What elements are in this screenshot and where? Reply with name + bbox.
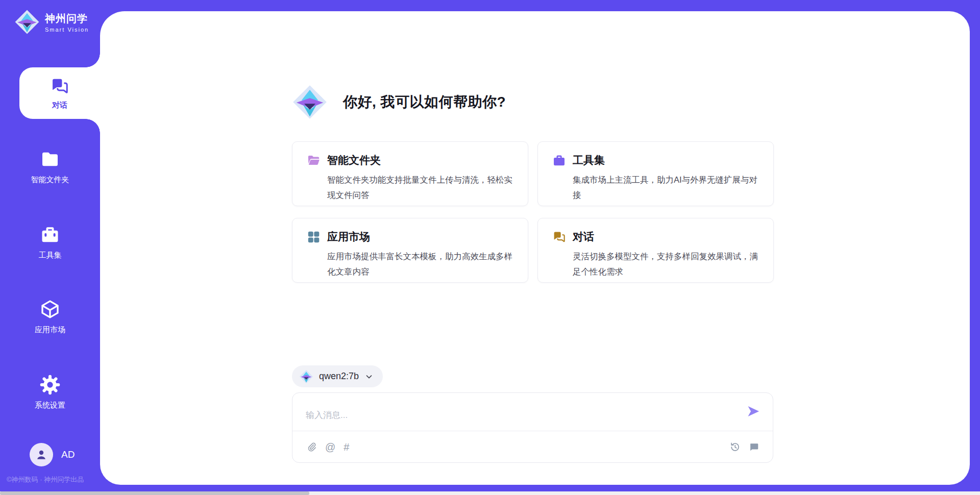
toolbox-icon	[552, 154, 566, 167]
folder-open-icon	[307, 154, 321, 167]
app-title: 神州问学	[45, 12, 89, 26]
sidebar-item-toolset[interactable]: 工具集	[0, 225, 100, 260]
card-description: 应用市场提供丰富长文本模板，助力高效生成多样化文章内容	[327, 249, 513, 279]
cube-icon	[40, 299, 60, 319]
diamond-logo-icon	[14, 9, 40, 35]
model-selector[interactable]: qwen2:7b	[292, 365, 383, 387]
message-icon[interactable]	[748, 441, 760, 453]
folder-icon	[40, 149, 60, 169]
hash-icon[interactable]: #	[344, 442, 349, 452]
sidebar-item-label: 系统设置	[35, 401, 65, 410]
card-description: 灵活切换多模型文件，支持多样回复效果调试，满足个性化需求	[573, 249, 759, 279]
greeting: 你好, 我可以如何帮助你?	[292, 84, 506, 120]
diamond-logo-icon	[299, 369, 313, 384]
main-content: 你好, 我可以如何帮助你? 智能文件夹 智能文件夹功能支持批量文件上传与清洗，轻…	[100, 11, 970, 485]
history-icon[interactable]	[729, 441, 741, 453]
sidebar: 神州问学 Smart Vision 对话 智能文件夹 工具集	[0, 0, 100, 495]
sidebar-item-label: 对话	[52, 101, 67, 110]
grid-icon	[307, 230, 321, 244]
app-subtitle: Smart Vision	[45, 27, 89, 33]
card-chat[interactable]: 对话 灵活切换多模型文件，支持多样回复效果调试，满足个性化需求	[537, 218, 774, 283]
card-smart-folder[interactable]: 智能文件夹 智能文件夹功能支持批量文件上传与清洗，轻松实现文件问答	[292, 141, 528, 206]
chevron-down-icon	[364, 372, 374, 381]
card-title: 工具集	[573, 153, 605, 167]
user-initials: AD	[61, 449, 75, 460]
model-name: qwen2:7b	[319, 371, 359, 382]
tab-connector-top	[86, 53, 100, 67]
feature-cards: 智能文件夹 智能文件夹功能支持批量文件上传与清洗，轻松实现文件问答 工具集 集成…	[292, 141, 774, 283]
avatar	[30, 443, 53, 466]
sidebar-item-label: 应用市场	[35, 325, 65, 335]
sidebar-item-label: 智能文件夹	[31, 175, 69, 185]
app-brand: 神州问学 Smart Vision	[14, 9, 89, 35]
chat-icon	[50, 77, 69, 96]
sidebar-item-label: 工具集	[39, 251, 62, 260]
message-input[interactable]	[306, 405, 724, 426]
sidebar-item-smart-folder[interactable]: 智能文件夹	[0, 149, 100, 185]
chat-icon	[552, 230, 566, 244]
card-title: 智能文件夹	[327, 153, 381, 167]
composer-toolbar-right	[729, 441, 760, 453]
sidebar-item-chat[interactable]: 对话	[19, 67, 100, 119]
user-menu[interactable]: AD	[30, 443, 75, 466]
card-description: 智能文件夹功能支持批量文件上传与清洗，轻松实现文件问答	[327, 172, 513, 203]
horizontal-scrollbar-thumb[interactable]	[0, 491, 309, 495]
card-toolset[interactable]: 工具集 集成市场上主流工具，助力AI与外界无缝扩展与对接	[537, 141, 774, 206]
toolbox-icon	[40, 225, 60, 245]
greeting-title: 你好, 我可以如何帮助你?	[343, 92, 506, 112]
card-title: 对话	[573, 230, 594, 244]
tab-connector-bottom	[86, 119, 100, 133]
copyright-text: ©神州数码 · 神州问学出品	[7, 475, 84, 484]
diamond-logo-icon	[292, 84, 328, 120]
attachment-icon[interactable]	[306, 441, 317, 453]
sidebar-item-settings[interactable]: 系统设置	[0, 375, 100, 410]
composer: @ #	[292, 392, 773, 463]
horizontal-scrollbar	[0, 491, 980, 495]
gear-icon	[40, 375, 60, 395]
sidebar-item-app-market[interactable]: 应用市场	[0, 299, 100, 335]
at-icon[interactable]: @	[325, 442, 335, 452]
person-icon	[34, 448, 48, 462]
card-title: 应用市场	[327, 230, 370, 244]
card-description: 集成市场上主流工具，助力AI与外界无缝扩展与对接	[573, 172, 759, 203]
composer-toolbar: @ #	[306, 431, 760, 463]
card-app-market[interactable]: 应用市场 应用市场提供丰富长文本模板，助力高效生成多样化文章内容	[292, 218, 528, 283]
send-icon[interactable]	[746, 404, 761, 418]
